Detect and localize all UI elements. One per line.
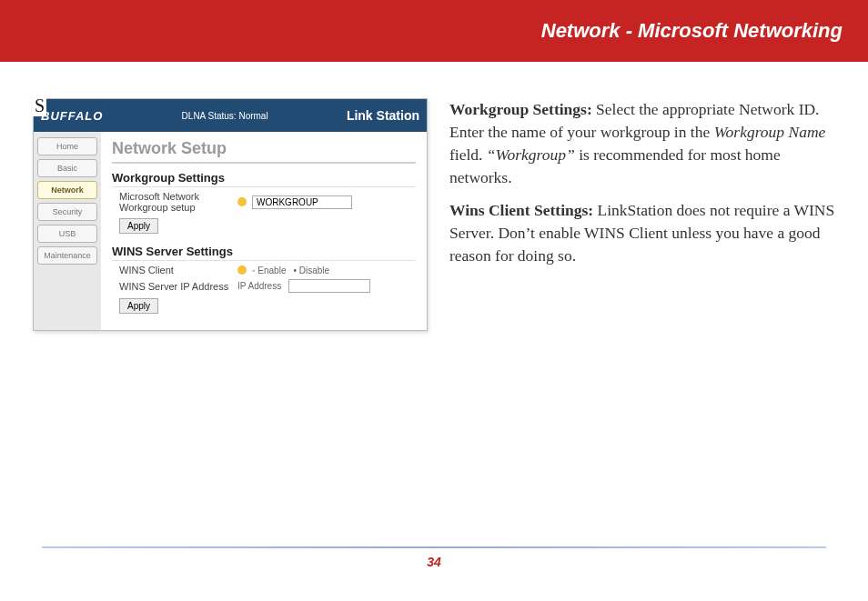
wins-ip-row: WINS Server IP Address IP Address [112,275,416,293]
screenshot-body: Home Basic Network Security USB Maintena… [34,132,427,330]
description-column: Workgroup Settings: Select the appropria… [449,98,850,331]
workgroup-bold: Workgroup Settings: [449,100,592,118]
network-setup-title: Network Setup [112,139,416,164]
stray-letter: S [33,95,46,116]
page-header-title: Network - Microsoft Networking [541,19,843,43]
sidebar-item-network[interactable]: Network [37,181,97,199]
enable-radio-label[interactable]: ◦ Enable [252,265,286,275]
sidebar-item-basic[interactable]: Basic [37,159,97,177]
embedded-screenshot: S BUFFALO DLNA Status: Normal Link Stati… [33,98,428,331]
ip-address-label: IP Address [237,281,281,291]
sidebar-item-usb[interactable]: USB [37,225,97,243]
wins-client-row: WINS Client ◦ Enable • Disable [112,261,416,275]
apply-button-wins[interactable]: Apply [119,298,158,314]
workgroup-row: Microsoft Network Workgroup setup [112,187,416,213]
header-band: Network - Microsoft Networking [0,0,868,62]
apply-button-workgroup[interactable]: Apply [119,218,158,234]
buffalo-logo: BUFFALO [41,109,103,123]
wins-ip-input[interactable] [288,279,370,293]
bullet-icon [237,265,247,275]
wins-bold: Wins Client Settings: [449,201,593,219]
workgroup-name-input[interactable] [252,195,352,209]
screenshot-sidebar: Home Basic Network Security USB Maintena… [34,132,101,330]
workgroup-settings-heading: Workgroup Settings [112,171,416,187]
wins-settings-heading: WINS Server Settings [112,245,416,261]
sidebar-item-home[interactable]: Home [37,137,97,155]
workgroup-description: Workgroup Settings: Select the appropria… [449,98,843,188]
linkstation-brand: Link Station [347,108,419,123]
screenshot-main: Network Setup Workgroup Settings Microso… [101,132,427,330]
dlna-status: DLNA Status: Normal [182,111,268,121]
sidebar-item-security[interactable]: Security [37,203,97,221]
wins-client-label: WINS Client [119,265,237,275]
screenshot-topbar: BUFFALO DLNA Status: Normal Link Station [34,99,427,132]
sidebar-item-maintenance[interactable]: Maintenance [37,246,97,265]
workgroup-row-label: Microsoft Network Workgroup setup [119,191,237,213]
content-area: S BUFFALO DLNA Status: Normal Link Stati… [0,62,868,331]
footer-divider [42,546,826,548]
page-number: 34 [427,555,441,569]
wins-description: Wins Client Settings: LinkStation does n… [449,199,843,267]
page-footer: 34 [42,546,826,570]
bullet-icon [237,197,247,206]
disable-radio-label[interactable]: • Disable [293,265,329,275]
wins-ip-label: WINS Server IP Address [119,281,237,292]
